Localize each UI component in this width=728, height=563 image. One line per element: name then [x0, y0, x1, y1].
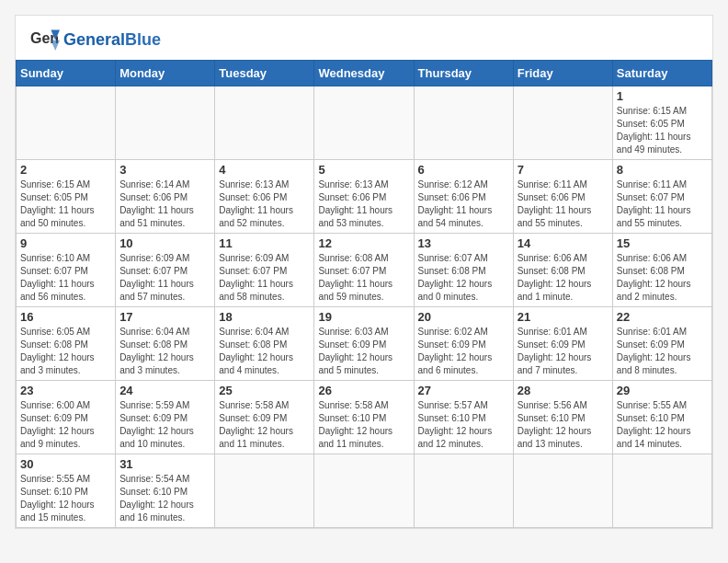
- day-number: 26: [318, 384, 409, 397]
- day-info: Sunrise: 6:11 AM Sunset: 6:07 PM Dayligh…: [617, 178, 708, 230]
- calendar-cell: [513, 454, 612, 528]
- day-info: Sunrise: 5:55 AM Sunset: 6:10 PM Dayligh…: [617, 399, 708, 451]
- calendar-cell: 1Sunrise: 6:15 AM Sunset: 6:05 PM Daylig…: [612, 86, 711, 160]
- day-info: Sunrise: 5:58 AM Sunset: 6:09 PM Dayligh…: [219, 399, 310, 451]
- day-number: 30: [20, 457, 111, 471]
- day-info: Sunrise: 6:14 AM Sunset: 6:06 PM Dayligh…: [119, 178, 210, 230]
- day-info: Sunrise: 5:56 AM Sunset: 6:10 PM Dayligh…: [518, 399, 609, 451]
- day-info: Sunrise: 5:59 AM Sunset: 6:09 PM Dayligh…: [119, 399, 210, 451]
- calendar-week-2: 2Sunrise: 6:15 AM Sunset: 6:05 PM Daylig…: [17, 160, 712, 234]
- calendar-cell: [314, 454, 414, 528]
- calendar-cell: [513, 86, 612, 160]
- calendar-cell: 30Sunrise: 5:55 AM Sunset: 6:10 PM Dayli…: [17, 454, 116, 528]
- calendar-cell: 17Sunrise: 6:04 AM Sunset: 6:08 PM Dayli…: [116, 307, 215, 381]
- day-number: 11: [219, 236, 310, 250]
- day-info: Sunrise: 5:58 AM Sunset: 6:10 PM Dayligh…: [318, 399, 409, 451]
- calendar-cell: 2Sunrise: 6:15 AM Sunset: 6:05 PM Daylig…: [17, 160, 116, 234]
- day-info: Sunrise: 6:06 AM Sunset: 6:08 PM Dayligh…: [617, 252, 708, 304]
- logo-text: GeneralBlue: [63, 30, 161, 49]
- day-number: 21: [518, 310, 609, 324]
- day-info: Sunrise: 5:57 AM Sunset: 6:10 PM Dayligh…: [418, 399, 509, 451]
- calendar-cell: 20Sunrise: 6:02 AM Sunset: 6:09 PM Dayli…: [414, 307, 513, 381]
- day-number: 2: [20, 163, 111, 177]
- calendar-container: Gen GeneralBlue SundayMondayTuesdayWedne…: [15, 15, 713, 529]
- calendar-cell: 16Sunrise: 6:05 AM Sunset: 6:08 PM Dayli…: [17, 307, 116, 381]
- calendar-cell: 29Sunrise: 5:55 AM Sunset: 6:10 PM Dayli…: [612, 381, 711, 454]
- calendar-cell: 26Sunrise: 5:58 AM Sunset: 6:10 PM Dayli…: [314, 381, 414, 454]
- day-number: 29: [617, 384, 708, 397]
- day-number: 7: [518, 163, 609, 177]
- day-info: Sunrise: 6:10 AM Sunset: 6:07 PM Dayligh…: [20, 252, 111, 304]
- calendar-cell: [414, 454, 513, 528]
- day-number: 20: [418, 310, 509, 324]
- day-number: 1: [617, 89, 708, 103]
- day-number: 3: [119, 163, 210, 177]
- logo: Gen GeneralBlue: [30, 27, 161, 52]
- calendar-cell: 19Sunrise: 6:03 AM Sunset: 6:09 PM Dayli…: [314, 307, 414, 381]
- day-info: Sunrise: 6:13 AM Sunset: 6:06 PM Dayligh…: [318, 178, 409, 230]
- calendar-cell: 15Sunrise: 6:06 AM Sunset: 6:08 PM Dayli…: [612, 234, 711, 307]
- day-info: Sunrise: 6:03 AM Sunset: 6:09 PM Dayligh…: [318, 326, 409, 377]
- calendar-cell: 25Sunrise: 5:58 AM Sunset: 6:09 PM Dayli…: [215, 381, 314, 454]
- day-info: Sunrise: 5:54 AM Sunset: 6:10 PM Dayligh…: [119, 473, 210, 524]
- day-info: Sunrise: 6:01 AM Sunset: 6:09 PM Dayligh…: [617, 326, 708, 377]
- weekday-header-tuesday: Tuesday: [215, 61, 314, 86]
- calendar-cell: 8Sunrise: 6:11 AM Sunset: 6:07 PM Daylig…: [612, 160, 711, 234]
- day-number: 10: [119, 236, 210, 250]
- day-info: Sunrise: 6:13 AM Sunset: 6:06 PM Dayligh…: [219, 178, 310, 230]
- calendar-week-1: 1Sunrise: 6:15 AM Sunset: 6:05 PM Daylig…: [17, 86, 712, 160]
- day-number: 18: [219, 310, 310, 324]
- calendar-cell: 22Sunrise: 6:01 AM Sunset: 6:09 PM Dayli…: [612, 307, 711, 381]
- calendar-week-4: 16Sunrise: 6:05 AM Sunset: 6:08 PM Dayli…: [17, 307, 712, 381]
- calendar-cell: 12Sunrise: 6:08 AM Sunset: 6:07 PM Dayli…: [314, 234, 414, 307]
- day-number: 31: [119, 457, 210, 471]
- calendar-cell: [414, 86, 513, 160]
- day-info: Sunrise: 6:12 AM Sunset: 6:06 PM Dayligh…: [418, 178, 509, 230]
- calendar-cell: 3Sunrise: 6:14 AM Sunset: 6:06 PM Daylig…: [116, 160, 215, 234]
- calendar-cell: 13Sunrise: 6:07 AM Sunset: 6:08 PM Dayli…: [414, 234, 513, 307]
- calendar-tbody: 1Sunrise: 6:15 AM Sunset: 6:05 PM Daylig…: [17, 86, 712, 528]
- day-number: 17: [119, 310, 210, 324]
- day-info: Sunrise: 6:04 AM Sunset: 6:08 PM Dayligh…: [119, 326, 210, 377]
- calendar-cell: 18Sunrise: 6:04 AM Sunset: 6:08 PM Dayli…: [215, 307, 314, 381]
- day-info: Sunrise: 6:09 AM Sunset: 6:07 PM Dayligh…: [119, 252, 210, 304]
- calendar-cell: 14Sunrise: 6:06 AM Sunset: 6:08 PM Dayli…: [513, 234, 612, 307]
- day-info: Sunrise: 6:01 AM Sunset: 6:09 PM Dayligh…: [518, 326, 609, 377]
- calendar-table: SundayMondayTuesdayWednesdayThursdayFrid…: [16, 60, 712, 528]
- day-info: Sunrise: 6:05 AM Sunset: 6:08 PM Dayligh…: [20, 326, 111, 377]
- calendar-cell: 21Sunrise: 6:01 AM Sunset: 6:09 PM Dayli…: [513, 307, 612, 381]
- weekday-header-sunday: Sunday: [17, 61, 116, 86]
- calendar-cell: 24Sunrise: 5:59 AM Sunset: 6:09 PM Dayli…: [116, 381, 215, 454]
- calendar-cell: 27Sunrise: 5:57 AM Sunset: 6:10 PM Dayli…: [414, 381, 513, 454]
- weekday-header-saturday: Saturday: [612, 61, 711, 86]
- day-number: 24: [119, 384, 210, 397]
- weekday-header-friday: Friday: [513, 61, 612, 86]
- weekday-header-row: SundayMondayTuesdayWednesdayThursdayFrid…: [17, 61, 712, 86]
- day-number: 16: [20, 310, 111, 324]
- day-number: 25: [219, 384, 310, 397]
- logo-icon: Gen: [30, 27, 60, 52]
- day-info: Sunrise: 6:02 AM Sunset: 6:09 PM Dayligh…: [418, 326, 509, 377]
- calendar-cell: 31Sunrise: 5:54 AM Sunset: 6:10 PM Dayli…: [116, 454, 215, 528]
- day-number: 19: [318, 310, 409, 324]
- day-number: 14: [518, 236, 609, 250]
- day-number: 6: [418, 163, 509, 177]
- day-number: 22: [617, 310, 708, 324]
- day-number: 5: [318, 163, 409, 177]
- calendar-week-5: 23Sunrise: 6:00 AM Sunset: 6:09 PM Dayli…: [17, 381, 712, 454]
- day-info: Sunrise: 6:15 AM Sunset: 6:05 PM Dayligh…: [20, 178, 111, 230]
- calendar-cell: [17, 86, 116, 160]
- calendar-cell: 4Sunrise: 6:13 AM Sunset: 6:06 PM Daylig…: [215, 160, 314, 234]
- calendar-cell: [612, 454, 711, 528]
- day-info: Sunrise: 6:04 AM Sunset: 6:08 PM Dayligh…: [219, 326, 310, 377]
- calendar-cell: 23Sunrise: 6:00 AM Sunset: 6:09 PM Dayli…: [17, 381, 116, 454]
- day-info: Sunrise: 6:09 AM Sunset: 6:07 PM Dayligh…: [219, 252, 310, 304]
- calendar-cell: 7Sunrise: 6:11 AM Sunset: 6:06 PM Daylig…: [513, 160, 612, 234]
- weekday-header-monday: Monday: [116, 61, 215, 86]
- calendar-thead: SundayMondayTuesdayWednesdayThursdayFrid…: [17, 61, 712, 86]
- calendar-cell: 28Sunrise: 5:56 AM Sunset: 6:10 PM Dayli…: [513, 381, 612, 454]
- day-number: 23: [20, 384, 111, 397]
- calendar-week-6: 30Sunrise: 5:55 AM Sunset: 6:10 PM Dayli…: [17, 454, 712, 528]
- day-info: Sunrise: 6:00 AM Sunset: 6:09 PM Dayligh…: [20, 399, 111, 451]
- day-number: 27: [418, 384, 509, 397]
